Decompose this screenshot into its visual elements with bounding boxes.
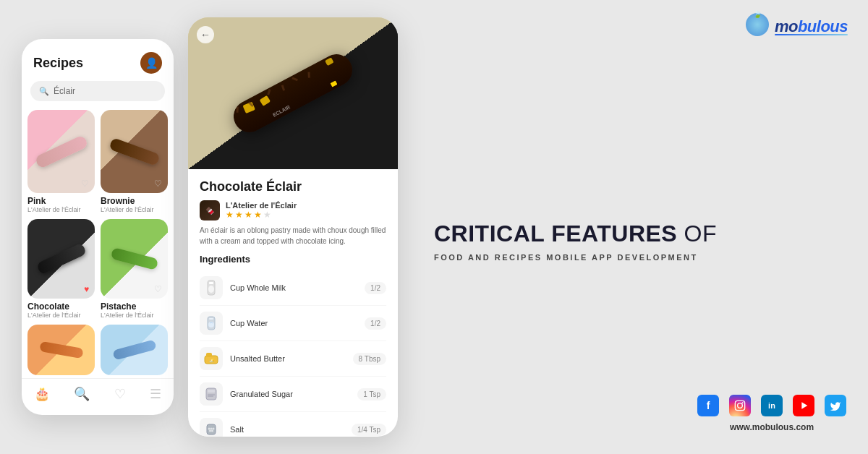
detail-hero: ECLAIR ← — [188, 17, 398, 169]
ingredient-name-salt: Salt — [230, 425, 344, 434]
back-button[interactable]: ← — [197, 26, 214, 43]
nav-home[interactable]: 🎂 — [34, 386, 50, 402]
star-3: ★ — [244, 210, 252, 220]
recipe-card-pink[interactable]: ♡ Pink L'Atelier de l'Éclair — [27, 110, 95, 213]
facebook-icon[interactable]: f — [697, 395, 719, 416]
ingredient-amount-water: 1/2 — [365, 317, 386, 330]
recipe-description: An éclair is an oblong pastry made with … — [200, 225, 386, 247]
svg-point-19 — [742, 402, 744, 403]
features-critical: CRITICAL FEATURES — [434, 220, 677, 247]
svg-rect-1 — [209, 282, 213, 284]
linkedin-icon[interactable]: in — [761, 395, 783, 416]
youtube-icon[interactable] — [793, 395, 814, 416]
ingredient-milk: Cup Whole Milk 1/2 — [200, 270, 386, 306]
nav-menu[interactable]: ☰ — [150, 386, 161, 402]
recipe-card-chocolate[interactable]: ♥ Chocolate L'Atelier de l'Éclair — [27, 219, 95, 319]
instagram-icon[interactable] — [729, 395, 751, 416]
recipe-author-pink: L'Atelier de l'Éclair — [27, 206, 95, 213]
svg-marker-20 — [801, 402, 807, 408]
phone1-title: Recipes — [33, 56, 83, 71]
recipe-author-pistache: L'Atelier de l'Éclair — [101, 312, 168, 319]
recipe-card-brownie[interactable]: ♡ Brownie L'Atelier de l'Éclair — [101, 110, 168, 213]
svg-rect-17 — [735, 401, 744, 410]
ingredient-icon-sugar — [200, 382, 223, 406]
phones-container: Recipes 👤 🔍 Éclair — [22, 17, 398, 437]
search-value: Éclair — [54, 86, 75, 96]
social-icons-row: f in — [697, 395, 846, 416]
phone-recipes-list: Recipes 👤 🔍 Éclair — [22, 39, 174, 415]
svg-rect-4 — [209, 318, 213, 320]
ingredient-name-water: Cup Water — [230, 319, 357, 327]
ingredient-name-butter: Unsalted Butter — [230, 354, 346, 363]
nav-favorites[interactable]: ♡ — [114, 386, 126, 402]
ingredient-icon-butter: 🧈 — [200, 347, 223, 370]
heart-chocolate[interactable]: ♥ — [84, 284, 89, 294]
star-2: ★ — [235, 210, 243, 220]
features-heading: CRITICAL FEATURES OF — [434, 220, 717, 247]
search-bar[interactable]: 🔍 Éclair — [30, 81, 165, 101]
phone-recipe-detail: ECLAIR ← Chocolate Éclair 🍫 L'Atelier de… — [188, 17, 398, 437]
recipe-card-extra1 — [27, 325, 95, 375]
ingredient-icon-salt — [200, 418, 223, 437]
star-1: ★ — [226, 210, 234, 220]
ingredients-heading: Ingredients — [200, 254, 386, 265]
svg-text:🧈: 🧈 — [209, 358, 215, 364]
ingredient-salt: Salt 1/4 Tsp — [200, 412, 386, 437]
recipe-author-brownie: L'Atelier de l'Éclair — [101, 206, 168, 213]
svg-point-18 — [738, 403, 743, 408]
features-block: CRITICAL FEATURES OF FOOD AND RECIPES MO… — [434, 220, 717, 263]
recipe-card-extra2 — [101, 325, 168, 375]
ingredient-butter: 🧈 Unsalted Butter 8 Tbsp — [200, 341, 386, 377]
heart-pistache[interactable]: ♡ — [154, 284, 162, 294]
svg-point-12 — [208, 428, 210, 430]
ingredient-amount-milk: 1/2 — [365, 282, 386, 294]
ingredient-amount-salt: 1/4 Tsp — [352, 424, 386, 436]
star-5: ★ — [263, 210, 271, 220]
bottom-nav: 🎂 🔍 ♡ ☰ — [22, 378, 174, 409]
recipe-card-pistache[interactable]: ♡ Pistache L'Atelier de l'Éclair — [101, 219, 168, 319]
svg-rect-7 — [206, 353, 212, 357]
website-url[interactable]: www.mobulous.com — [730, 422, 814, 432]
heart-pink[interactable]: ♡ — [81, 179, 89, 189]
search-icon: 🔍 — [39, 87, 49, 96]
recipe-name-brownie: Brownie — [101, 196, 168, 206]
svg-point-2 — [208, 286, 214, 293]
main-layout: Recipes 👤 🔍 Éclair — [0, 0, 868, 454]
chef-row: 🍫 L'Atelier de l'Éclair ★ ★ ★ ★ ★ — [200, 200, 386, 220]
brand-logo: 🍃 mobulous — [746, 13, 848, 39]
features-subheading: FOOD AND RECIPES MOBILE APP DEVELOPMENT — [434, 252, 717, 263]
nav-search[interactable]: 🔍 — [74, 386, 90, 402]
star-4: ★ — [254, 210, 262, 220]
ingredient-name-milk: Cup Whole Milk — [230, 283, 357, 292]
social-bar: f in www.mobulous.com — [697, 395, 846, 432]
ingredient-icon-water — [200, 312, 223, 335]
chef-avatar: 🍫 — [200, 200, 220, 220]
ingredient-sugar: Granulated Sugar 1 Tsp — [200, 377, 386, 412]
svg-rect-10 — [208, 390, 215, 393]
right-content: CRITICAL FEATURES OF FOOD AND RECIPES MO… — [412, 191, 846, 263]
detail-content: Chocolate Éclair 🍫 L'Atelier de l'Éclair… — [188, 169, 398, 437]
rating-stars: ★ ★ ★ ★ ★ — [226, 210, 297, 220]
chef-name: L'Atelier de l'Éclair — [226, 201, 297, 210]
recipe-title: Chocolate Éclair — [200, 179, 386, 194]
features-of: OF — [684, 220, 717, 247]
recipe-name-pink: Pink — [27, 196, 95, 206]
svg-point-13 — [210, 428, 213, 430]
phone1-header: Recipes 👤 — [22, 39, 174, 81]
brand-name-text: mobulous — [775, 17, 848, 35]
ingredient-amount-sugar: 1 Tsp — [357, 388, 386, 401]
recipe-author-chocolate: L'Atelier de l'Éclair — [27, 312, 95, 319]
svg-point-14 — [213, 428, 215, 430]
svg-point-16 — [211, 430, 213, 432]
user-avatar[interactable]: 👤 — [140, 52, 162, 74]
ingredient-amount-butter: 8 Tbsp — [353, 353, 386, 365]
heart-brownie[interactable]: ♡ — [154, 179, 162, 189]
twitter-icon[interactable] — [825, 395, 846, 416]
ingredient-icon-milk — [200, 276, 223, 299]
ingredient-name-sugar: Granulated Sugar — [230, 390, 350, 398]
svg-point-15 — [209, 430, 211, 432]
recipe-name-pistache: Pistache — [101, 301, 168, 312]
ingredient-water: Cup Water 1/2 — [200, 306, 386, 341]
recipe-name-chocolate: Chocolate — [27, 301, 95, 312]
